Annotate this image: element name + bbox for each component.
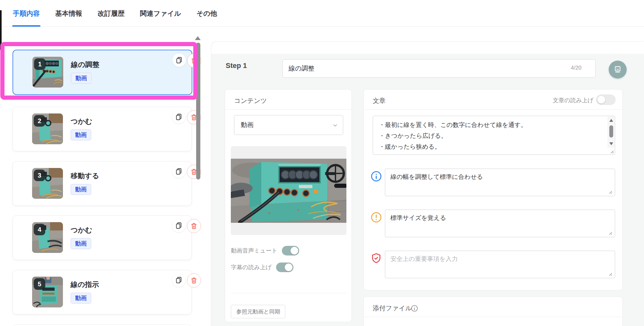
step-description-textarea[interactable]: ・最初に線を置く時、この数字に合わせて線を通す。 ・きつかったら広げる。 ・緩か… [373,116,615,155]
duplicate-step-button[interactable] [172,110,186,124]
info-point-textarea[interactable]: 線の幅を調整して標準に合わせる [385,169,615,196]
tab-bar: 手順内容 基本情報 改訂履歴 関連ファイル その他 [0,0,644,27]
step-title: 移動する [71,171,99,181]
step-thumbnail: 4 [32,222,63,253]
step-thumbnail: 2 [32,113,63,144]
media-type-badge: 動画 [71,130,91,140]
scroll-down-arrow[interactable] [609,142,613,145]
mute-toggle-row: 動画音声ミュート [231,246,299,255]
attachments-panel-title: 添付ファイル [373,304,412,313]
trash-icon [190,277,198,284]
screen-edge-artifact [0,10,2,50]
media-type-select[interactable]: 動画 [234,115,343,135]
step-label: Step 1 [226,62,247,70]
step-number-badge: 4 [34,224,45,235]
info-icon [370,170,382,182]
step-editor-panel: Step 1 4/20 コンテンツ 動画 [211,42,644,326]
attachments-panel-header: 添付ファイル [364,297,622,317]
char-counter: 4/20 [571,65,581,71]
captions-toggle-row: 字幕の読み上げ [231,263,293,272]
robot-face-icon [613,65,622,74]
tab-other[interactable]: その他 [196,0,218,27]
robot-assist-button[interactable] [609,61,627,79]
sidebar-scrollbar[interactable] [196,43,200,180]
step-card-6-partial[interactable] [13,324,192,326]
content-panel-title: コンテンツ [234,96,267,105]
step-description-text: ・最初に線を置く時、この数字に合わせて線を通す。 ・きつかったら広げる。 ・緩か… [373,116,608,155]
info-circle-icon[interactable] [411,305,418,312]
duplicate-step-button[interactable] [172,273,186,287]
step-number-badge: 3 [34,170,45,181]
scroll-up-arrow[interactable] [609,119,613,122]
copy-icon [175,113,183,121]
step-card-5[interactable]: 5 線の指示 動画 [13,270,192,314]
content-panel: コンテンツ 動画 [225,89,352,322]
text-panel-title: 文章 [373,96,386,105]
duplicate-step-button[interactable] [172,165,186,178]
step-thumbnail: 1 [32,57,63,88]
step-card-2[interactable]: 2 つかむ 動画 [13,107,192,151]
step-title: 線の調整 [71,60,100,70]
step-title: 線の指示 [71,280,99,289]
duplicate-step-button[interactable] [172,54,186,67]
tts-label: 文章の読み上げ [553,96,594,104]
safety-point-textarea[interactable] [385,251,615,278]
delete-step-button[interactable] [187,219,201,233]
divider [231,293,346,293]
sync-source-video-button[interactable]: 参照元動画と同期 [231,305,285,318]
resize-grip-icon [609,149,614,154]
step-card-3[interactable]: 3 移動する 動画 [13,161,192,206]
tab-list: 手順内容 基本情報 改訂履歴 関連ファイル その他 [12,0,218,26]
textarea-scrollbar[interactable] [608,116,614,148]
copy-icon [175,56,183,64]
step-number-badge: 1 [34,58,46,70]
toggle-knob [597,96,605,104]
media-type-badge: 動画 [71,73,91,84]
video-preview[interactable] [231,146,346,235]
tab-revision-history[interactable]: 改訂履歴 [97,0,125,27]
step-title: つかむ [71,117,92,126]
text-panel-header: 文章 文章の読み上げ [364,89,622,110]
tab-step-content[interactable]: 手順内容 [12,0,40,27]
step-card-4[interactable]: 4 つかむ 動画 [13,215,192,260]
step-title: つかむ [71,225,92,235]
scrollbar-thumb[interactable] [609,125,613,138]
step-thumbnail: 5 [32,277,63,307]
media-type-value: 動画 [241,121,254,129]
warning-icon [370,211,382,223]
machine-video-frame [231,159,346,223]
safety-shield-icon [370,252,382,264]
media-type-badge: 動画 [71,184,91,195]
sidebar-scroll-up-arrow[interactable] [195,36,201,40]
media-type-badge: 動画 [71,238,91,249]
copy-icon [175,276,183,284]
step-title-input[interactable] [283,59,596,78]
captions-label: 字幕の読み上げ [231,263,272,271]
copy-icon [175,222,183,230]
tab-basic-info[interactable]: 基本情報 [55,0,83,27]
content-panel-header: コンテンツ [225,89,352,110]
tts-toggle[interactable] [596,95,615,105]
copy-icon [175,168,183,175]
delete-step-button[interactable] [187,273,201,288]
duplicate-step-button[interactable] [172,219,186,232]
resize-handle[interactable] [608,148,614,154]
tab-related-files[interactable]: 関連ファイル [139,0,182,27]
toggle-knob [291,247,298,255]
step-number-badge: 5 [34,278,45,290]
mute-label: 動画音声ミュート [231,247,277,255]
step-number-badge: 2 [34,115,45,127]
trash-icon [190,222,198,230]
caution-point-textarea[interactable]: 標準サイズを覚える [385,210,615,237]
step-thumbnail: 3 [32,168,63,199]
mute-toggle[interactable] [282,246,299,255]
text-panel: 文章 文章の読み上げ ・最初に線を置く時、この数字に合わせて線を通す。 ・きつか… [363,89,623,290]
attachments-panel: 添付ファイル [363,297,623,326]
captions-toggle[interactable] [276,263,293,272]
step-card-1[interactable]: 1 線の調整 動画 [13,50,192,95]
chevron-down-icon [332,122,338,129]
toggle-knob [285,263,292,271]
media-type-badge: 動画 [71,293,91,304]
